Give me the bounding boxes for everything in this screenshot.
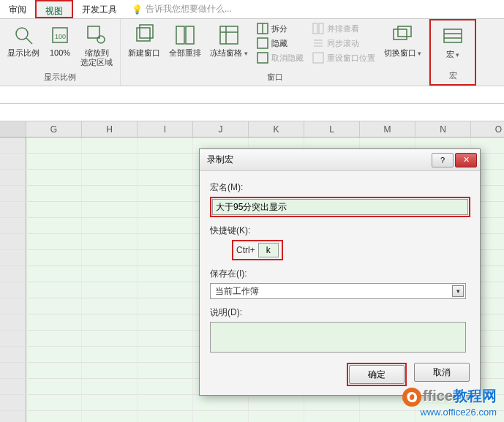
cell[interactable] [82, 411, 138, 422]
cell[interactable] [26, 218, 82, 233]
cell[interactable] [193, 395, 249, 410]
col-header[interactable]: J [193, 121, 249, 137]
cell[interactable] [82, 202, 138, 217]
row-header[interactable] [0, 298, 26, 314]
row-header[interactable] [0, 363, 26, 378]
row-header[interactable] [0, 154, 26, 169]
cell[interactable] [138, 363, 193, 378]
cell[interactable] [26, 137, 82, 153]
macro-button[interactable]: 宏 [437, 22, 469, 62]
zoom-100-button[interactable]: 100 100% [44, 20, 76, 61]
cell[interactable] [26, 266, 82, 282]
description-input[interactable] [210, 322, 466, 353]
cell[interactable] [304, 395, 360, 410]
cell[interactable] [249, 411, 304, 422]
col-header[interactable]: G [26, 121, 82, 137]
cell[interactable] [26, 363, 82, 378]
cell[interactable] [82, 186, 138, 201]
row-header[interactable] [0, 234, 26, 249]
cell[interactable] [138, 298, 193, 314]
col-header[interactable]: N [415, 121, 471, 137]
col-header[interactable]: L [304, 121, 360, 137]
row-header[interactable] [0, 202, 26, 217]
cell[interactable] [26, 186, 82, 201]
split-button[interactable]: 拆分 [255, 22, 305, 35]
cell[interactable] [138, 234, 193, 249]
ok-button[interactable]: 确定 [349, 365, 405, 384]
cell[interactable] [249, 395, 304, 410]
cell[interactable] [26, 395, 82, 410]
cell[interactable] [26, 347, 82, 362]
cell[interactable] [82, 379, 138, 394]
row-header[interactable] [0, 395, 26, 410]
cell[interactable] [193, 411, 249, 422]
cell[interactable] [138, 331, 193, 346]
col-header[interactable]: H [82, 121, 138, 137]
cell[interactable] [82, 363, 138, 378]
tab-review[interactable]: 审阅 [0, 0, 35, 18]
row-header[interactable] [0, 266, 26, 282]
cancel-button[interactable]: 取消 [414, 363, 470, 382]
cell[interactable] [26, 282, 82, 298]
cell[interactable] [138, 379, 193, 394]
cell[interactable] [26, 202, 82, 217]
col-header[interactable]: M [360, 121, 415, 137]
cell[interactable] [26, 250, 82, 265]
cell[interactable] [138, 202, 193, 217]
col-header[interactable]: O [471, 121, 504, 137]
cell[interactable] [138, 266, 193, 282]
cell[interactable] [138, 411, 193, 422]
row-header[interactable] [0, 331, 26, 346]
shortcut-key-input[interactable] [258, 243, 279, 257]
cell[interactable] [82, 154, 138, 169]
switch-window-button[interactable]: 切换窗口 [380, 20, 426, 61]
dialog-help-button[interactable]: ? [432, 153, 454, 167]
cell[interactable] [82, 282, 138, 298]
dialog-close-button[interactable]: ✕ [455, 153, 477, 167]
cell[interactable] [26, 331, 82, 346]
col-header[interactable]: I [138, 121, 193, 137]
cell[interactable] [82, 347, 138, 362]
cell[interactable] [82, 218, 138, 233]
cell[interactable] [26, 234, 82, 249]
row-header[interactable] [0, 379, 26, 394]
cell[interactable] [82, 170, 138, 185]
row-header[interactable] [0, 137, 26, 153]
cell[interactable] [138, 395, 193, 410]
row-header[interactable] [0, 314, 26, 330]
row-header[interactable] [0, 170, 26, 185]
hide-button[interactable]: 隐藏 [255, 37, 305, 50]
row-header[interactable] [0, 347, 26, 362]
cell[interactable] [26, 411, 82, 422]
select-all-corner[interactable] [0, 121, 26, 137]
cell[interactable] [82, 266, 138, 282]
cell[interactable] [82, 331, 138, 346]
dialog-titlebar[interactable]: 录制宏 ? ✕ [200, 149, 480, 171]
cell[interactable] [138, 186, 193, 201]
tab-developer[interactable]: 开发工具 [73, 0, 126, 18]
new-window-button[interactable]: 新建窗口 [124, 20, 165, 61]
tell-me-search[interactable]: 💡 告诉我您想要做什么... [126, 0, 238, 18]
cell[interactable] [26, 314, 82, 330]
zoom-selection-button[interactable]: 缩放到 选定区域 [76, 20, 117, 70]
zoom-button[interactable]: 显示比例 [3, 20, 44, 61]
row-header[interactable] [0, 250, 26, 265]
cell[interactable] [138, 218, 193, 233]
save-in-combo[interactable]: 当前工作簿 ▾ [210, 283, 466, 299]
cell[interactable] [138, 137, 193, 153]
cell[interactable] [82, 234, 138, 249]
row-header[interactable] [0, 186, 26, 201]
cell[interactable] [304, 411, 360, 422]
cell[interactable] [138, 154, 193, 169]
cell[interactable] [82, 137, 138, 153]
macro-name-input[interactable] [212, 199, 468, 215]
cell[interactable] [82, 314, 138, 330]
col-header[interactable]: K [249, 121, 304, 137]
tab-view[interactable]: 视图 [35, 0, 73, 18]
cell[interactable] [26, 379, 82, 394]
cell[interactable] [138, 347, 193, 362]
row-header[interactable] [0, 218, 26, 233]
cell[interactable] [138, 282, 193, 298]
cell[interactable] [82, 298, 138, 314]
row-header[interactable] [0, 282, 26, 298]
